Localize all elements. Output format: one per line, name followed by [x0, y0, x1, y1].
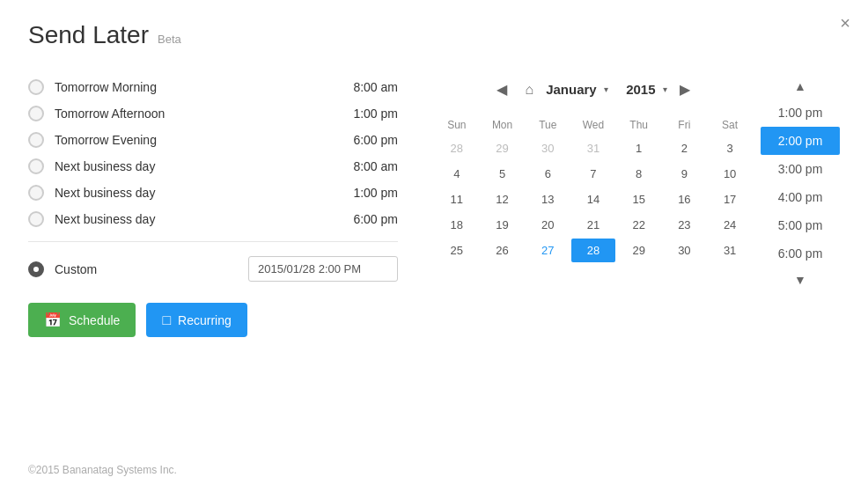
- calendar-day[interactable]: 8: [617, 162, 661, 186]
- calendar-day[interactable]: 29: [617, 239, 661, 262]
- option-label-tomorrow-evening: Tomorrow Evening: [55, 133, 326, 147]
- option-next-business-3[interactable]: Next business day 6:00 pm: [28, 206, 398, 232]
- calendar-day[interactable]: 15: [617, 187, 661, 211]
- calendar-day[interactable]: 31: [708, 239, 752, 262]
- custom-row[interactable]: Custom: [28, 251, 398, 287]
- option-label-next-business-1: Next business day: [55, 159, 326, 173]
- col-mon: Mon: [481, 115, 525, 135]
- calendar-day[interactable]: 28: [571, 239, 615, 262]
- title-area: Send Later Beta: [28, 21, 840, 49]
- schedule-label: Schedule: [69, 313, 120, 327]
- divider: [28, 241, 398, 242]
- option-time-tomorrow-afternoon: 1:00 pm: [336, 106, 398, 121]
- calendar-day[interactable]: 1: [617, 136, 661, 160]
- col-tue: Tue: [526, 115, 570, 135]
- calendar-day[interactable]: 20: [526, 213, 570, 237]
- calendar-day[interactable]: 11: [435, 187, 479, 211]
- prev-month-button[interactable]: ◀: [491, 77, 512, 101]
- option-tomorrow-afternoon[interactable]: Tomorrow Afternoon 1:00 pm: [28, 100, 398, 127]
- time-picker: ▲ 1:00 pm2:00 pm3:00 pm4:00 pm5:00 pm6:0…: [761, 74, 840, 292]
- col-fri: Fri: [663, 115, 707, 135]
- option-tomorrow-evening[interactable]: Tomorrow Evening 6:00 pm: [28, 127, 398, 153]
- calendar: ◀ ⌂ January▾ 2015▾ ▶ Sun Mon: [433, 74, 754, 292]
- radio-tomorrow-afternoon[interactable]: [28, 106, 44, 121]
- calendar-day[interactable]: 9: [663, 162, 707, 186]
- calendar-day[interactable]: 10: [708, 162, 752, 186]
- option-next-business-2[interactable]: Next business day 1:00 pm: [28, 180, 398, 206]
- time-down-button[interactable]: ▼: [785, 268, 815, 292]
- recurring-label: Recurring: [178, 313, 232, 327]
- calendar-day[interactable]: 16: [663, 187, 707, 211]
- month-dropdown-arrow[interactable]: ▾: [604, 84, 608, 94]
- calendar-day[interactable]: 12: [481, 187, 525, 211]
- beta-badge: Beta: [158, 33, 181, 46]
- calendar-day[interactable]: 17: [708, 187, 752, 211]
- time-item[interactable]: 1:00 pm: [761, 99, 840, 127]
- option-label-next-business-2: Next business day: [55, 186, 326, 200]
- option-label-next-business-3: Next business day: [55, 212, 326, 226]
- calendar-day[interactable]: 22: [617, 213, 661, 237]
- time-list: 1:00 pm2:00 pm3:00 pm4:00 pm5:00 pm6:00 …: [761, 99, 840, 268]
- calendar-day[interactable]: 27: [526, 239, 570, 262]
- calendar-day[interactable]: 31: [571, 136, 615, 160]
- col-thu: Thu: [617, 115, 661, 135]
- year-dropdown-arrow[interactable]: ▾: [663, 84, 667, 94]
- option-time-tomorrow-morning: 8:00 am: [336, 80, 398, 94]
- calendar-day[interactable]: 24: [708, 213, 752, 237]
- schedule-button[interactable]: 📅 Schedule: [28, 303, 136, 337]
- radio-next-business-1[interactable]: [28, 158, 44, 174]
- option-time-next-business-2: 1:00 pm: [336, 186, 398, 200]
- home-button[interactable]: ⌂: [519, 78, 539, 101]
- next-month-button[interactable]: ▶: [674, 77, 695, 101]
- calendar-day[interactable]: 28: [435, 136, 479, 160]
- option-label-tomorrow-morning: Tomorrow Morning: [55, 80, 326, 94]
- calendar-table: Sun Mon Tue Wed Thu Fri Sat 282930311234…: [433, 114, 754, 264]
- calendar-header: ◀ ⌂ January▾ 2015▾ ▶: [433, 74, 754, 105]
- calendar-day[interactable]: 3: [708, 136, 752, 160]
- option-time-tomorrow-evening: 6:00 pm: [336, 133, 398, 147]
- time-item[interactable]: 4:00 pm: [761, 183, 840, 211]
- option-next-business-1[interactable]: Next business day 8:00 am: [28, 153, 398, 180]
- calendar-day[interactable]: 29: [481, 136, 525, 160]
- calendar-day[interactable]: 6: [526, 162, 570, 186]
- left-panel: Tomorrow Morning 8:00 am Tomorrow Aftern…: [28, 74, 398, 337]
- calendar-day[interactable]: 18: [435, 213, 479, 237]
- month-label: January: [546, 82, 597, 97]
- calendar-day[interactable]: 23: [663, 213, 707, 237]
- option-time-next-business-3: 6:00 pm: [336, 212, 398, 226]
- calendar-day[interactable]: 13: [526, 187, 570, 211]
- calendar-day[interactable]: 7: [571, 162, 615, 186]
- close-button[interactable]: ×: [840, 14, 850, 32]
- option-tomorrow-morning[interactable]: Tomorrow Morning 8:00 am: [28, 74, 398, 100]
- calendar-day[interactable]: 30: [526, 136, 570, 160]
- calendar-day[interactable]: 21: [571, 213, 615, 237]
- option-label-tomorrow-afternoon: Tomorrow Afternoon: [55, 106, 326, 121]
- radio-tomorrow-evening[interactable]: [28, 132, 44, 148]
- buttons-row: 📅 Schedule □ Recurring: [28, 303, 398, 337]
- calendar-day[interactable]: 25: [435, 239, 479, 262]
- radio-tomorrow-morning[interactable]: [28, 79, 44, 95]
- recurring-icon: □: [162, 312, 171, 328]
- calendar-day[interactable]: 30: [663, 239, 707, 262]
- time-item[interactable]: 3:00 pm: [761, 155, 840, 183]
- calendar-day[interactable]: 14: [571, 187, 615, 211]
- footer-text: ©2015 Bananatag Systems Inc.: [28, 464, 177, 476]
- radio-next-business-3[interactable]: [28, 211, 44, 227]
- radio-next-business-2[interactable]: [28, 185, 44, 201]
- time-up-button[interactable]: ▲: [785, 74, 815, 99]
- time-item[interactable]: 2:00 pm: [761, 127, 840, 155]
- custom-datetime-input[interactable]: [248, 256, 398, 282]
- time-item[interactable]: 6:00 pm: [761, 239, 840, 268]
- year-label: 2015: [626, 82, 655, 97]
- time-item[interactable]: 5:00 pm: [761, 211, 840, 239]
- radio-custom[interactable]: [28, 261, 44, 277]
- calendar-day[interactable]: 26: [481, 239, 525, 262]
- option-time-next-business-1: 8:00 am: [336, 159, 398, 173]
- calendar-day[interactable]: 5: [481, 162, 525, 186]
- send-later-dialog: × Send Later Beta Tomorrow Morning 8:00 …: [0, 0, 868, 492]
- calendar-day[interactable]: 2: [663, 136, 707, 160]
- custom-label: Custom: [55, 262, 238, 276]
- calendar-day[interactable]: 19: [481, 213, 525, 237]
- calendar-day[interactable]: 4: [435, 162, 479, 186]
- recurring-button[interactable]: □ Recurring: [146, 303, 246, 337]
